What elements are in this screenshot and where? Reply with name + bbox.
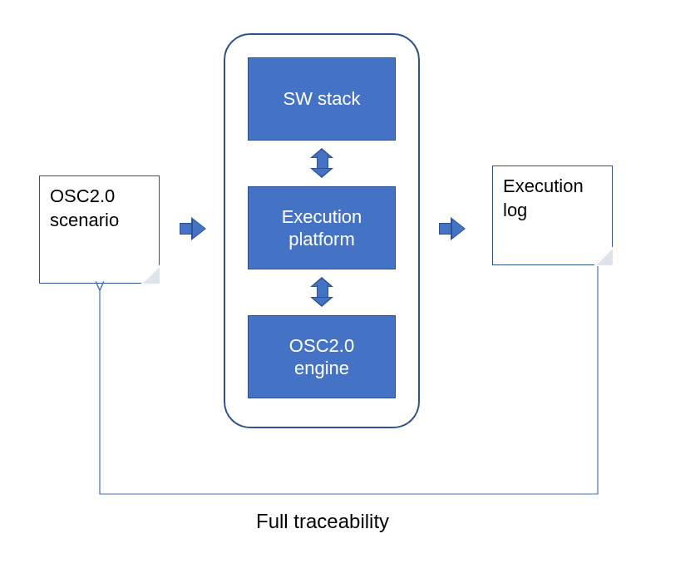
trace-label: Full traceability: [256, 510, 389, 533]
trace-line: [0, 0, 700, 588]
diagram-canvas: OSC2.0 scenario SW stack Execution platf…: [0, 0, 700, 588]
